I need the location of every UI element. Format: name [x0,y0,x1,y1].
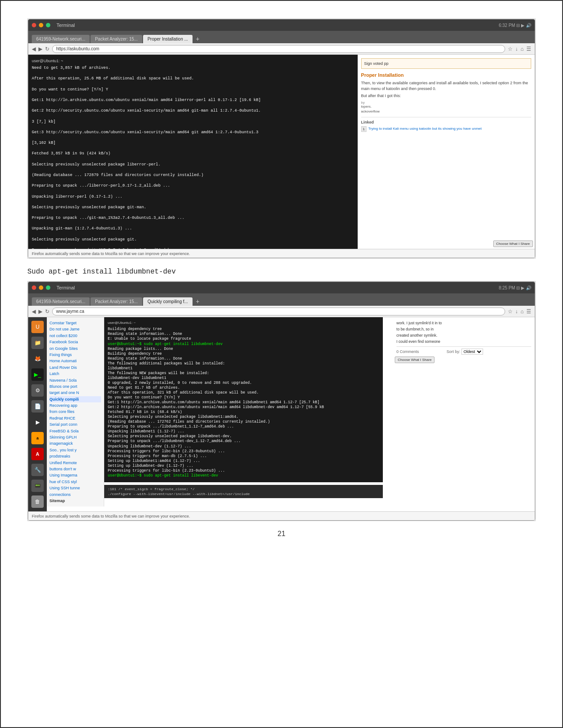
nav-link-recovering[interactable]: Recovering app [49,402,101,409]
bottom-forward-button[interactable]: ▶ [38,308,42,315]
bottom-tab-active[interactable]: Quickly compiling f... [143,297,193,306]
nav-link-blunos[interactable]: Blunos one port [49,383,101,390]
home-icon[interactable]: ⌂ [521,46,524,52]
nav-link-lost[interactable]: Soo.. you lost y [49,447,101,453]
bottom-files-icon[interactable]: 📁 [31,337,44,349]
bottom-tab-packet[interactable]: Packet Analyzer: 15... [91,297,142,306]
bt-line-13: Need to get 81.7 kB of archives. [108,386,180,390]
nav-link-google[interactable]: on Google Sites [49,345,101,352]
nav-link-latch[interactable]: Latch [49,371,101,377]
nav-link-naveena[interactable]: Naveena / Sola [49,377,101,383]
bottom-choose-share-button[interactable]: Choose What I Share [395,356,435,363]
nav-link-home[interactable]: Home Automati [49,358,101,364]
bottom-terminal-icon[interactable]: ▶_ [31,368,44,381]
nav-link-comstar[interactable]: Comstar Target [49,320,101,326]
refresh-button[interactable]: ↻ [45,46,49,52]
settings-icon[interactable]: ☰ [526,46,531,52]
address-input[interactable] [52,45,505,53]
nav-link-land[interactable]: Land Rover Dis [49,364,101,371]
bottom-bookmark-icon[interactable]: ☆ [508,308,513,315]
bt-line-17: Get:2 http://ln.archive.ubuntu.com/ubunt… [108,405,324,409]
nav-link-james[interactable]: Do not use Jame [49,326,101,332]
bottom-back-button[interactable]: ◀ [32,308,36,315]
bt-line-6: Building dependency tree [108,352,162,356]
bottom-extra2-icon[interactable]: 📟 [31,480,44,492]
bottom-ubuntu-icon[interactable]: U [31,321,44,333]
back-button[interactable]: ◀ [32,46,36,52]
nav-link-ssh[interactable]: Using SSH tunne [49,485,101,491]
bottom-download-icon[interactable]: ↓ [515,308,518,315]
tab-proper[interactable]: Proper Installation ... [143,35,193,43]
section-label-text: Sudo apt-get install libdumbnet-dev [27,268,176,276]
nav-link-redhat[interactable]: RedHat RHCE [49,415,101,421]
bottom-titlebar-time: 8:25 PM ⊟ ▶ 🔊 [499,285,531,290]
bottom-minimize-button[interactable] [39,285,43,290]
bottom-maximize-button[interactable] [46,285,50,290]
tab-packet[interactable]: Packet Analyzer: 15... [91,35,142,43]
bottom-extra3-icon[interactable]: 🗑 [31,495,44,508]
bt-line-10: The following NEW packages will be insta… [108,371,209,375]
terminal-label: user@Ubuntu1: ~ [32,58,354,64]
code-area: :181 /* event_sigcb = fragroute_close; *… [104,485,383,498]
nav-link-fixing[interactable]: Fixing things [49,352,101,358]
bottom-file2-icon[interactable]: 📄 [31,400,44,413]
t-line-13: Unpacking liberror-perl (0.17-1.2) ... [32,194,354,199]
t-line-12: Preparing to unpack .../liberror-perl_0.… [32,183,354,188]
bottom-firefox-icon[interactable]: 🦊 [31,353,44,365]
bottom-tab-network[interactable]: 641959-Network.securi... [32,297,90,306]
bookmark-icon[interactable]: ☆ [508,46,513,52]
bottom-close-button[interactable] [32,285,36,290]
bottom-tab-new[interactable]: + [193,297,202,306]
bottom-terminal2-icon[interactable]: ▶ [31,416,44,428]
maximize-button[interactable] [46,23,50,27]
nav-link-quickly[interactable]: Quickly compili [49,396,101,402]
bottom-browser-window: Terminal 8:25 PM ⊟ ▶ 🔊 641959-Network.se… [28,281,535,521]
top-titlebar: Terminal 6:32 PM ⊟ ▶ 🔊 [28,19,535,31]
page-container: Terminal 6:32 PM ⊟ ▶ 🔊 641959-Network.se… [0,0,563,728]
t-line-17: Selecting previously unselected package … [32,237,354,242]
choose-share-button[interactable]: Choose What I Share [493,240,533,247]
nav-link-freebsd[interactable]: FreeBSD & Sola [49,428,101,434]
bt-line-15: Do you want to continue? [Y/n] Y [108,395,180,400]
bt-line-18: Fetched 81.7 kB in 1s (68.4 kB/s) [108,410,182,414]
bt-line-19: Selecting previously unselected package … [108,415,238,419]
nav-link-facebook[interactable]: Facebook Socia [49,339,101,345]
nav-link-serial[interactable]: Serial port conn [49,421,101,428]
nav-link-buttons[interactable]: buttons don't w [49,466,101,472]
nav-link-prod[interactable]: prodstreaks [49,453,101,459]
bottom-browser-tabs: 641959-Network.securi... Packet Analyzer… [28,293,535,306]
titlebar-time: 6:32 PM ⊟ ▶ 🔊 [499,23,531,28]
by-label: by [361,101,531,105]
bottom-settings-sidebar-icon[interactable]: ⚙ [31,384,44,397]
bottom-settings-icon[interactable]: ☰ [526,308,531,315]
minimize-button[interactable] [39,23,43,27]
nav-link-target[interactable]: target and one N [49,390,101,396]
content-area: Terminal 6:32 PM ⊟ ▶ 🔊 641959-Network.se… [1,1,562,555]
bottom-home-icon[interactable]: ⌂ [521,308,524,315]
bottom-address-input[interactable] [52,308,505,315]
nav-link-image[interactable]: imagemagick [49,440,101,447]
nav-link-hue[interactable]: hue of CSS styl [49,479,101,485]
tab-network[interactable]: 641959-Network.securi... [32,35,90,43]
nav-link-core[interactable]: from core files [49,409,101,415]
linked-item-row: 1 Trying to install Kali menu using kato… [361,126,531,132]
bottom-app-icon[interactable]: A [31,448,44,460]
nav-link-using[interactable]: Using Imagema [49,472,101,478]
download-icon[interactable]: ↓ [515,46,518,52]
nav-link-connections[interactable]: connections [49,492,101,498]
bottom-refresh-button[interactable]: ↻ [45,308,49,315]
nav-link-200[interactable]: not collect $200 [49,333,101,339]
bottom-amazon-icon[interactable]: a [31,432,44,444]
bottom-right-panel: work. I just symlink'd it in to to be du… [393,317,535,511]
bottom-extra1-icon[interactable]: 🔧 [31,464,44,476]
bt-line-23: Selecting previously unselected package … [108,434,232,439]
bt-line-20: (Reading database ... 172762 files and d… [108,420,270,424]
bt-line-4: user@Ubuntu1:~$ sudo apt-get install lib… [108,342,223,346]
tab-new[interactable]: + [193,34,202,43]
nav-link-unified[interactable]: Unified Remote [49,460,101,466]
close-button[interactable] [32,23,36,27]
forward-button[interactable]: ▶ [38,46,42,52]
nav-link-skinning[interactable]: Skinning GPLH [49,434,101,440]
nav-link-sitemap[interactable]: Sitemap [49,498,101,504]
sort-select[interactable]: Oldest [461,349,483,355]
